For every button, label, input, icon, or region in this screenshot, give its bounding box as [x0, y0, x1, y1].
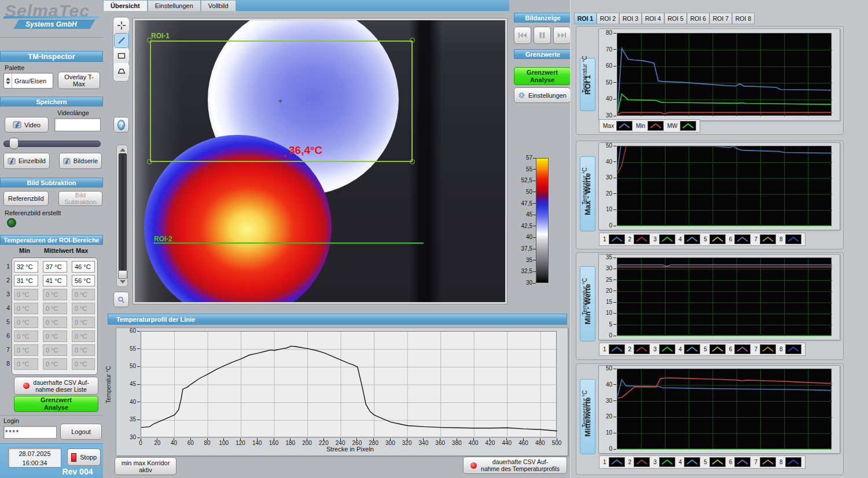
- bild-subtraktion-button[interactable]: Bild Subtraktion: [58, 191, 102, 206]
- legend-swatch-icon[interactable]: [684, 457, 700, 467]
- roi1-legend-item-mw[interactable]: MW: [667, 121, 696, 131]
- mittelwerte-legend-item-7[interactable]: 7: [754, 457, 776, 467]
- legend-swatch-icon[interactable]: [760, 344, 776, 354]
- max_werte-legend-item-5[interactable]: 5: [704, 234, 726, 244]
- roi-tab-roi6[interactable]: ROI 6: [687, 13, 709, 24]
- zoom-button[interactable]: [113, 292, 129, 307]
- roi-tab-roi2[interactable]: ROI 2: [597, 13, 619, 24]
- bildserie-button[interactable]: Bildserie: [59, 153, 102, 169]
- legend-swatch-icon[interactable]: [709, 344, 726, 354]
- mittelwerte-legend-item-2[interactable]: 2: [628, 457, 650, 467]
- legend-swatch-icon[interactable]: [659, 457, 675, 467]
- legend-swatch-icon[interactable]: [680, 121, 696, 131]
- slider-handle[interactable]: [9, 138, 19, 149]
- mittelwerte-legend-item-1[interactable]: 1: [603, 457, 625, 467]
- password-field[interactable]: [3, 426, 57, 439]
- legend-swatch-icon[interactable]: [648, 121, 664, 131]
- spinner-down-icon[interactable]: [6, 82, 10, 84]
- legend-swatch-icon[interactable]: [684, 344, 700, 354]
- tool-polygon[interactable]: [114, 63, 129, 78]
- max_werte-legend-item-2[interactable]: 2: [628, 234, 650, 244]
- roi-tab-roi1[interactable]: ROI 1: [574, 13, 597, 24]
- legend-swatch-icon[interactable]: [684, 234, 700, 244]
- legend-swatch-icon[interactable]: [760, 234, 776, 244]
- korridor-button[interactable]: min max Korridoraktiv: [115, 457, 176, 475]
- legend-swatch-icon[interactable]: [609, 457, 625, 467]
- min_werte-legend-item-5[interactable]: 5: [704, 344, 726, 354]
- min_werte-legend-item-8[interactable]: 8: [779, 344, 801, 354]
- video-slider[interactable]: [3, 138, 100, 148]
- videolaenge-input[interactable]: [54, 118, 101, 131]
- overlay-tmax-button[interactable]: Overlay T-Max: [58, 72, 100, 89]
- vslider-up-icon[interactable]: [120, 148, 126, 152]
- legend-swatch-icon[interactable]: [634, 344, 650, 354]
- legend-swatch-icon[interactable]: [609, 344, 625, 354]
- skip-end-button[interactable]: [553, 27, 571, 44]
- roi-tab-roi3[interactable]: ROI 3: [619, 13, 642, 24]
- mittelwerte-legend-item-3[interactable]: 3: [653, 457, 675, 467]
- tab-einstellungen[interactable]: Einstellungen: [148, 0, 201, 11]
- roi-tab-roi5[interactable]: ROI 5: [664, 13, 687, 24]
- mittelwerte-legend-item-6[interactable]: 6: [729, 457, 751, 467]
- mittelwerte-legend-item-8[interactable]: 8: [779, 457, 801, 467]
- thermal-image[interactable]: ROI-1 + + 36,4°C ROI-2: [135, 20, 505, 302]
- legend-swatch-icon[interactable]: [734, 344, 751, 354]
- tool-rectangle[interactable]: [114, 48, 129, 63]
- palette-spinner[interactable]: [4, 73, 12, 88]
- legend-swatch-icon[interactable]: [785, 457, 801, 467]
- csv-profil-button[interactable]: dauerhafte CSV Auf-nahme des Temperaturp…: [463, 457, 567, 474]
- video-button[interactable]: Video: [5, 117, 49, 133]
- legend-swatch-icon[interactable]: [760, 457, 776, 467]
- legend-swatch-icon[interactable]: [609, 234, 625, 244]
- legend-swatch-icon[interactable]: [734, 457, 751, 467]
- tab-vollbild[interactable]: Vollbild: [201, 0, 236, 11]
- legend-swatch-icon[interactable]: [709, 234, 726, 244]
- roi1-handle-bl[interactable]: [147, 159, 152, 164]
- einzelbild-button[interactable]: Einzelbild: [3, 153, 50, 169]
- min_werte-legend-item-1[interactable]: 1: [603, 344, 625, 354]
- legend-swatch-icon[interactable]: [709, 457, 726, 467]
- min_werte-legend-item-3[interactable]: 3: [653, 344, 675, 354]
- tab-bersicht[interactable]: Übersicht: [103, 0, 148, 11]
- max_werte-legend-item-4[interactable]: 4: [679, 234, 701, 244]
- help-button[interactable]: ?: [113, 117, 129, 133]
- max_werte-legend-item-8[interactable]: 8: [779, 234, 801, 244]
- vslider-handle[interactable]: [118, 270, 127, 279]
- grenzwert-analyse-button-sidebar[interactable]: GrenzwertAnalyse: [14, 396, 98, 412]
- legend-swatch-icon[interactable]: [785, 344, 801, 354]
- min_werte-legend-item-6[interactable]: 6: [729, 344, 751, 354]
- grenzwert-einstellungen-button[interactable]: Einstellungen: [514, 87, 571, 103]
- vslider-track[interactable]: [119, 153, 127, 274]
- max_werte-legend-item-7[interactable]: 7: [754, 234, 776, 244]
- roi2-line[interactable]: [153, 242, 424, 244]
- legend-swatch-icon[interactable]: [734, 234, 751, 244]
- roi-tab-roi7[interactable]: ROI 7: [709, 13, 732, 24]
- roi1-legend-item-min[interactable]: Min: [636, 121, 664, 131]
- legend-swatch-icon[interactable]: [616, 121, 632, 131]
- vertical-slider[interactable]: [116, 145, 128, 287]
- max_werte-legend-item-6[interactable]: 6: [729, 234, 751, 244]
- roi1-legend-item-max[interactable]: Max: [603, 121, 632, 131]
- max_werte-legend-item-3[interactable]: 3: [653, 234, 675, 244]
- csv-liste-button[interactable]: dauerhafte CSV Auf-nahme dieser Liste: [14, 377, 98, 395]
- spinner-up-icon[interactable]: [6, 78, 10, 80]
- legend-swatch-icon[interactable]: [634, 457, 650, 467]
- min_werte-legend-item-4[interactable]: 4: [679, 344, 701, 354]
- min_werte-legend-item-7[interactable]: 7: [754, 344, 776, 354]
- pause-button[interactable]: [534, 27, 551, 44]
- roi-tab-roi4[interactable]: ROI 4: [642, 13, 664, 24]
- roi-tab-roi8[interactable]: ROI 8: [732, 13, 755, 24]
- vslider-down-icon[interactable]: [120, 280, 126, 284]
- tool-cursor[interactable]: [114, 18, 129, 33]
- roi1-handle-br[interactable]: [410, 159, 415, 164]
- legend-swatch-icon[interactable]: [659, 234, 675, 244]
- legend-swatch-icon[interactable]: [785, 234, 801, 244]
- legend-swatch-icon[interactable]: [659, 344, 675, 354]
- roi1-handle-tr[interactable]: [410, 38, 415, 43]
- legend-swatch-icon[interactable]: [634, 234, 650, 244]
- mittelwerte-legend-item-5[interactable]: 5: [704, 457, 726, 467]
- grenzwert-analyse-button[interactable]: GrenzwertAnalyse: [514, 67, 571, 85]
- max_werte-legend-item-1[interactable]: 1: [603, 234, 625, 244]
- stop-button[interactable]: Stopp: [67, 448, 101, 466]
- palette-selector[interactable]: Grau/Eisen: [3, 73, 53, 89]
